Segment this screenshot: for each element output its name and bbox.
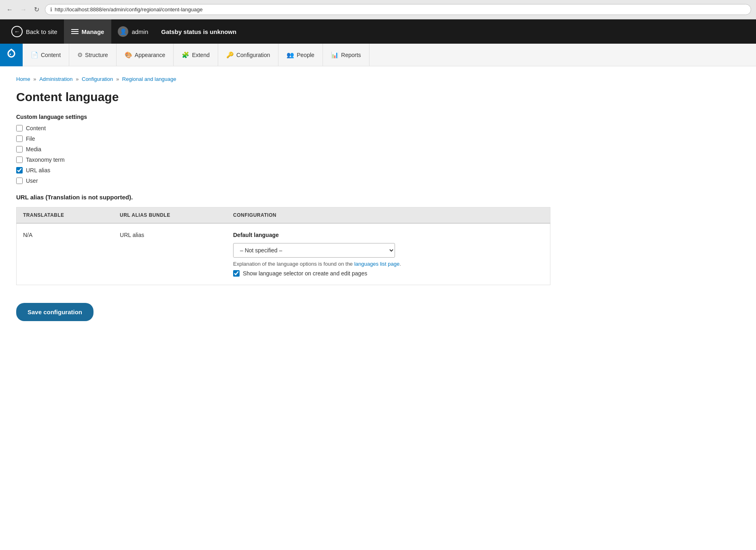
svg-point-0 (10, 53, 11, 55)
manage-button[interactable]: Manage (64, 19, 112, 44)
main-nav: 📄 Content ⚙ Structure 🎨 Appearance 🧩 Ext… (0, 44, 756, 66)
structure-icon: ⚙ (77, 51, 83, 59)
cell-config: Default language – Not specified – Engli… (227, 223, 550, 285)
checkbox-taxonomy-label: Taxonomy term (26, 157, 65, 163)
help-text-prefix: Explanation of the language options is f… (233, 261, 353, 267)
checkbox-taxonomy[interactable]: Taxonomy term (16, 157, 550, 163)
user-avatar-icon: 👤 (118, 26, 128, 37)
drupal-logo[interactable] (0, 44, 23, 66)
nav-structure-label: Structure (85, 52, 108, 58)
nav-item-reports[interactable]: 📊 Reports (323, 44, 370, 66)
breadcrumb-home[interactable]: Home (16, 76, 30, 82)
checkbox-url-alias[interactable]: URL alias (16, 167, 550, 173)
people-icon: 👥 (287, 51, 294, 59)
checkbox-content-input[interactable] (16, 125, 23, 131)
admin-user-menu[interactable]: 👤 admin (111, 19, 155, 44)
content-area: Home » Administration » Configuration » … (0, 66, 567, 331)
hamburger-icon (71, 29, 79, 34)
nav-content-label: Content (41, 52, 61, 58)
checkbox-media-input[interactable] (16, 146, 23, 152)
breadcrumb-regional[interactable]: Regional and language (122, 76, 176, 82)
back-to-site-link[interactable]: ← Back to site (5, 19, 64, 44)
checkbox-url-alias-label: URL alias (26, 167, 50, 173)
checkbox-taxonomy-input[interactable] (16, 157, 23, 163)
security-icon: ℹ (50, 6, 52, 13)
browser-refresh-button[interactable]: ↻ (32, 4, 41, 15)
nav-item-appearance[interactable]: 🎨 Appearance (117, 44, 174, 66)
table-body: N/A URL alias Default language – Not spe… (17, 223, 550, 285)
extend-icon: 🧩 (182, 51, 189, 59)
checkbox-file-input[interactable] (16, 135, 23, 142)
nav-configuration-label: Configuration (236, 52, 270, 58)
save-button-label: Save configuration (28, 309, 82, 315)
checkbox-file-label: File (26, 135, 35, 142)
show-selector-checkbox[interactable] (233, 270, 240, 277)
reports-icon: 📊 (331, 51, 339, 59)
gatsby-status: Gatsby status is unknown (155, 28, 243, 35)
nav-item-people[interactable]: 👥 People (278, 44, 323, 66)
checkbox-media[interactable]: Media (16, 146, 550, 152)
config-help-text: Explanation of the language options is f… (233, 261, 544, 267)
col-header-translatable: TRANSLATABLE (17, 207, 114, 224)
nav-people-label: People (297, 52, 314, 58)
back-arrow-icon: ← (11, 26, 23, 37)
url-bar[interactable]: ℹ http://localhost:8888/en/admin/config/… (45, 4, 751, 15)
checkbox-user[interactable]: User (16, 178, 550, 184)
checkbox-content[interactable]: Content (16, 125, 550, 131)
nav-items-list: 📄 Content ⚙ Structure 🎨 Appearance 🧩 Ext… (23, 44, 370, 66)
show-selector-text: Show language selector on create and edi… (243, 270, 367, 277)
page-title: Content language (16, 90, 550, 104)
admin-user-label: admin (132, 28, 148, 35)
breadcrumb-admin[interactable]: Administration (39, 76, 72, 82)
url-alias-table: TRANSLATABLE URL ALIAS BUNDLE CONFIGURAT… (16, 207, 550, 285)
configuration-icon: 🔑 (226, 51, 234, 59)
cell-bundle: URL alias (113, 223, 227, 285)
checkbox-file[interactable]: File (16, 135, 550, 142)
table-row: N/A URL alias Default language – Not spe… (17, 223, 550, 285)
checkbox-user-label: User (26, 178, 38, 184)
default-language-select[interactable]: – Not specified – English French German (233, 243, 395, 258)
custom-language-label: Custom language settings (16, 114, 550, 120)
nav-item-content[interactable]: 📄 Content (23, 44, 69, 66)
url-alias-section: URL alias (Translation is not supported)… (16, 194, 550, 285)
col-header-bundle: URL ALIAS BUNDLE (113, 207, 227, 224)
languages-list-link[interactable]: languages list page (354, 261, 399, 267)
content-icon: 📄 (31, 51, 38, 59)
nav-item-extend[interactable]: 🧩 Extend (174, 44, 218, 66)
col-header-config: CONFIGURATION (227, 207, 550, 224)
default-language-label: Default language (233, 232, 544, 238)
url-alias-title: URL alias (Translation is not supported)… (16, 194, 550, 201)
nav-appearance-label: Appearance (135, 52, 166, 58)
nav-item-structure[interactable]: ⚙ Structure (69, 44, 117, 66)
breadcrumb: Home » Administration » Configuration » … (16, 76, 550, 82)
nav-reports-label: Reports (341, 52, 361, 58)
nav-item-configuration[interactable]: 🔑 Configuration (218, 44, 278, 66)
admin-toolbar: ← Back to site Manage 👤 admin Gatsby sta… (0, 19, 756, 44)
checkbox-group: Content File Media Taxonomy term URL ali… (16, 125, 550, 184)
breadcrumb-sep-2: » (76, 76, 80, 82)
browser-back-button[interactable]: ← (5, 4, 15, 15)
breadcrumb-config[interactable]: Configuration (82, 76, 113, 82)
table-header: TRANSLATABLE URL ALIAS BUNDLE CONFIGURAT… (17, 207, 550, 224)
breadcrumb-sep-1: » (33, 76, 38, 82)
breadcrumb-sep-3: » (116, 76, 121, 82)
config-cell: Default language – Not specified – Engli… (233, 232, 544, 277)
browser-forward-button[interactable]: → (19, 4, 28, 15)
save-configuration-button[interactable]: Save configuration (16, 303, 93, 321)
checkbox-content-label: Content (26, 125, 46, 131)
back-to-site-label: Back to site (26, 28, 57, 35)
show-selector-label[interactable]: Show language selector on create and edi… (233, 270, 544, 277)
nav-extend-label: Extend (192, 52, 210, 58)
browser-chrome: ← → ↻ ℹ http://localhost:8888/en/admin/c… (0, 0, 756, 19)
url-text: http://localhost:8888/en/admin/config/re… (55, 6, 203, 13)
checkbox-media-label: Media (26, 146, 41, 152)
manage-label: Manage (82, 28, 104, 35)
checkbox-user-input[interactable] (16, 178, 23, 184)
checkbox-url-alias-input[interactable] (16, 167, 23, 173)
cell-translatable: N/A (17, 223, 114, 285)
appearance-icon: 🎨 (125, 51, 132, 59)
